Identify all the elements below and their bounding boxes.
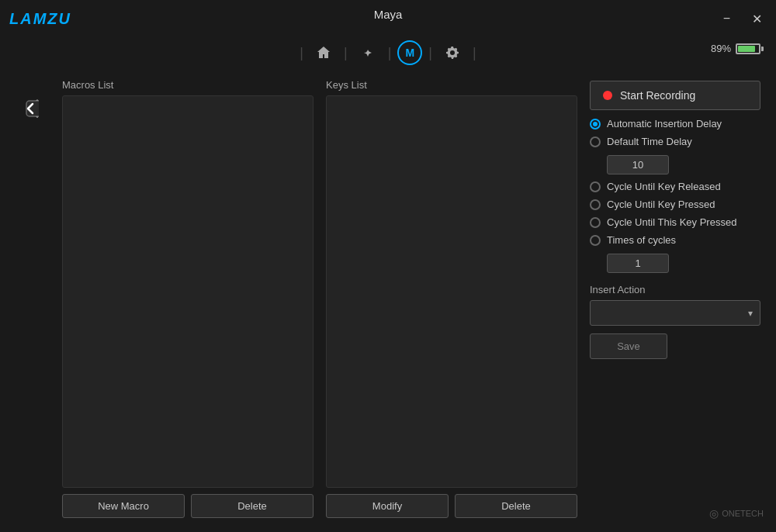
radio-auto-delay	[590, 119, 601, 130]
battery-icon	[736, 43, 764, 54]
option-times-cycles[interactable]: Times of cycles	[590, 234, 760, 246]
delete-keys-button[interactable]: Delete	[455, 494, 577, 518]
option-cycle-pressed[interactable]: Cycle Until Key Pressed	[590, 199, 760, 210]
radio-default-delay	[590, 136, 601, 147]
title-bar: LAMZU Maya − ✕	[0, 0, 776, 31]
back-button[interactable]	[16, 93, 53, 130]
minimize-button[interactable]: −	[719, 10, 735, 27]
radio-cycle-released	[590, 181, 601, 192]
modify-button[interactable]: Modify	[326, 494, 449, 518]
close-button[interactable]: ✕	[747, 10, 767, 28]
svg-point-0	[366, 51, 369, 54]
watermark-icon: ◎	[709, 507, 719, 520]
option-auto-delay-label: Automatic Insertion Delay	[607, 118, 722, 130]
option-auto-delay[interactable]: Automatic Insertion Delay	[590, 118, 760, 130]
right-panel: Start Recording Automatic Insertion Dela…	[590, 79, 760, 518]
watermark-text: ONETECH	[722, 509, 764, 518]
nav-sep-5: |	[473, 45, 476, 61]
nav-sep-2: |	[344, 45, 348, 61]
nav-sep-4: |	[428, 45, 432, 61]
macros-section: Macros List New Macro Delete	[62, 79, 314, 518]
battery-fill	[738, 46, 755, 52]
option-cycle-this-pressed[interactable]: Cycle Until This Key Pressed	[590, 216, 760, 228]
nav-sep-3: |	[388, 45, 392, 61]
option-cycle-released[interactable]: Cycle Until Key Released	[590, 181, 760, 192]
window-title: Maya	[374, 8, 403, 21]
keys-section: Keys List Modify Delete	[326, 79, 577, 518]
nav-sep-1: |	[300, 45, 303, 61]
nav-dpi[interactable]	[354, 39, 382, 67]
insert-action-dropdown[interactable]	[590, 300, 760, 326]
record-indicator	[603, 91, 612, 100]
battery-tip	[761, 47, 764, 51]
watermark: ◎ ONETECH	[709, 507, 764, 520]
options-group: Automatic Insertion Delay Default Time D…	[590, 118, 760, 273]
option-times-cycles-label: Times of cycles	[607, 234, 676, 246]
battery-area: 89%	[711, 43, 764, 54]
default-time-input[interactable]	[607, 155, 669, 174]
insert-action-section: Insert Action ▾	[590, 281, 760, 326]
nav-bar: | | | M | |	[0, 34, 776, 71]
keys-list-label: Keys List	[326, 79, 577, 91]
window-controls: − ✕	[719, 10, 767, 28]
option-cycle-this-pressed-label: Cycle Until This Key Pressed	[607, 216, 736, 228]
nav-home[interactable]	[310, 39, 338, 67]
app-logo: LAMZU	[9, 10, 71, 28]
keys-actions: Modify Delete	[326, 494, 577, 518]
radio-cycle-pressed	[590, 199, 601, 210]
lists-row: Macros List New Macro Delete Keys List M…	[62, 79, 577, 518]
delete-macro-button[interactable]: Delete	[191, 494, 314, 518]
macros-list-label: Macros List	[62, 79, 314, 91]
new-macro-button[interactable]: New Macro	[62, 494, 185, 518]
macros-actions: New Macro Delete	[62, 494, 314, 518]
insert-action-label: Insert Action	[590, 284, 760, 295]
keys-list-box[interactable]	[326, 95, 577, 488]
times-cycles-input[interactable]	[607, 254, 669, 273]
record-button-label: Start Recording	[620, 89, 695, 102]
nav-settings[interactable]	[438, 39, 466, 67]
main-content: Macros List New Macro Delete Keys List M…	[0, 71, 776, 526]
lists-panel: Macros List New Macro Delete Keys List M…	[62, 79, 577, 518]
option-cycle-pressed-label: Cycle Until Key Pressed	[607, 199, 715, 210]
radio-cycle-this-pressed	[590, 217, 601, 228]
save-button[interactable]: Save	[590, 333, 667, 359]
start-recording-button[interactable]: Start Recording	[590, 81, 760, 110]
insert-action-wrapper: ▾	[590, 300, 760, 326]
option-cycle-released-label: Cycle Until Key Released	[607, 181, 721, 192]
macros-list-box[interactable]	[62, 95, 314, 488]
option-default-delay-label: Default Time Delay	[607, 136, 692, 147]
radio-times-cycles	[590, 235, 601, 246]
option-default-delay[interactable]: Default Time Delay	[590, 136, 760, 147]
battery-percent: 89%	[711, 43, 731, 54]
nav-macro[interactable]: M	[397, 40, 422, 65]
